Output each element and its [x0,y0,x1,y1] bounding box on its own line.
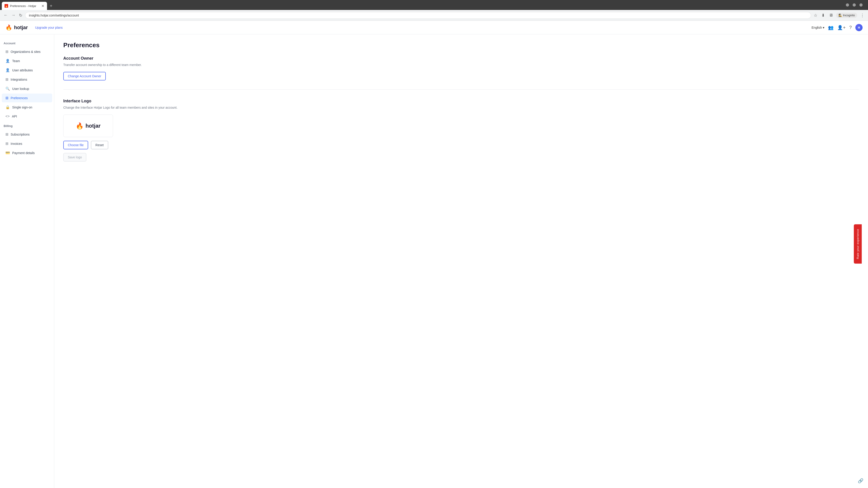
browser-chrome: Preferences - Hotjar ✕ + ← → ↻ insights.… [0,0,868,21]
sidebar-item-invoices-label: Invoices [11,142,22,145]
close-window-button[interactable] [860,3,863,6]
sidebar-item-user-attributes-label: User attributes [12,68,33,72]
integrations-icon: ⊞ [5,77,8,82]
language-selector[interactable]: English ▾ [811,26,825,29]
sidebar-item-integrations[interactable]: ⊞ Integrations [2,75,52,84]
app-header: 🔥 hotjar Upgrade your plans English ▾ 👥 … [0,21,868,34]
sidebar-item-api-label: API [12,115,17,118]
user-lookup-icon: 🔍 [5,87,10,91]
more-options-icon[interactable]: ⋮ [860,12,865,19]
sidebar-item-user-attributes[interactable]: 👤 User attributes [2,66,52,74]
account-owner-section: Account Owner Transfer account ownership… [63,56,859,90]
sidebar-item-preferences-label: Preferences [11,96,28,100]
sidebar-item-team[interactable]: 👤 Team [2,57,52,65]
language-chevron-icon: ▾ [823,26,825,29]
sidebar-item-team-label: Team [12,59,20,63]
app-layout: 🔥 hotjar Upgrade your plans English ▾ 👥 … [0,21,868,488]
user-avatar[interactable]: H [855,24,863,31]
sidebar-item-payment-details[interactable]: 💳 Payment details [2,149,52,157]
account-owner-description: Transfer account ownership to a differen… [63,63,859,67]
sidebar-item-invoices[interactable]: ⊞ Invoices [2,139,52,148]
toolbar-actions: ☆ ⬇ 🖥 🕵 Incognito ⋮ [813,12,865,19]
account-owner-title: Account Owner [63,56,859,61]
change-account-owner-button[interactable]: Change Account Owner [63,72,106,80]
reload-button[interactable]: ↻ [18,12,23,19]
subscriptions-icon: ⊞ [5,132,8,136]
logo-flame-icon: 🔥 [5,24,12,31]
incognito-badge: 🕵 Incognito [836,13,857,18]
save-logo-button[interactable]: Save logo [63,153,86,162]
sidebar-item-sso[interactable]: 🔒 Single sign-on [2,103,52,111]
new-tab-button[interactable]: + [48,2,54,9]
users-icon[interactable]: 👥 [828,25,834,30]
forward-button[interactable]: → [10,12,16,19]
content-area: Preferences Account Owner Transfer accou… [54,34,868,488]
page-title: Preferences [63,41,859,49]
tab-favicon [4,4,8,8]
file-actions: Choose file Reset [63,141,859,149]
hotjar-logo: 🔥 hotjar [5,24,28,31]
invoices-icon: ⊞ [5,141,8,146]
preferences-icon: ⊞ [5,96,8,100]
interface-logo-description: Change the Interface Hotjar Logo for all… [63,105,859,110]
help-icon[interactable]: ? [849,25,852,30]
incognito-icon: 🕵 [838,13,842,17]
sidebar-item-user-lookup[interactable]: 🔍 User lookup [2,84,52,93]
sso-icon: 🔒 [5,105,10,109]
sidebar-item-organizations[interactable]: ⊞ Organizations & sites [2,47,52,56]
sidebar-item-sso-label: Single sign-on [12,105,32,109]
add-user-icon[interactable]: 👤+ [837,25,846,30]
desktop-icon[interactable]: 🖥 [828,12,834,19]
choose-file-button[interactable]: Choose file [63,141,88,149]
sidebar-item-organizations-label: Organizations & sites [11,50,40,54]
interface-logo-title: Interface Logo [63,99,859,103]
sidebar-item-subscriptions[interactable]: ⊞ Subscriptions [2,130,52,139]
tab-close-button[interactable]: ✕ [41,4,44,8]
team-icon: 👤 [5,59,10,63]
sidebar-item-payment-details-label: Payment details [12,151,35,155]
api-icon: <> [5,114,10,119]
logo-preview: 🔥 hotjar [63,115,113,137]
sidebar-item-api[interactable]: <> API [2,112,52,121]
logo-text: hotjar [14,25,28,31]
main-content: Account ⊞ Organizations & sites 👤 Team 👤… [0,34,868,488]
sidebar-item-user-lookup-label: User lookup [12,87,29,91]
app-logo: 🔥 hotjar Upgrade your plans [5,24,63,31]
language-label: English [811,26,822,29]
bookmark-icon[interactable]: ☆ [813,12,818,19]
address-bar[interactable]: insights.hotjar.com/settings/account [25,12,811,19]
account-section-label: Account [0,40,54,47]
organizations-icon: ⊞ [5,50,8,54]
active-tab[interactable]: Preferences - Hotjar ✕ [2,2,47,10]
billing-section-label: Billing [0,123,54,129]
payment-icon: 💳 [5,151,10,155]
maximize-button[interactable] [852,3,856,6]
url-text: insights.hotjar.com/settings/account [29,13,79,17]
interface-logo-section: Interface Logo Change the Interface Hotj… [63,99,859,170]
tab-title: Preferences - Hotjar [10,4,36,8]
window-controls [846,3,866,8]
preview-flame-icon: 🔥 [76,122,84,130]
reset-button[interactable]: Reset [91,141,108,149]
logo-preview-inner: 🔥 hotjar [76,122,101,130]
rate-experience-tab[interactable]: Rate your experience [854,224,862,264]
sidebar: Account ⊞ Organizations & sites 👤 Team 👤… [0,34,54,488]
sidebar-item-subscriptions-label: Subscriptions [11,133,30,136]
preview-logo-text: hotjar [86,123,101,129]
minimize-button[interactable] [846,3,849,6]
user-attributes-icon: 👤 [5,68,10,72]
sidebar-item-integrations-label: Integrations [11,78,27,81]
upgrade-link[interactable]: Upgrade your plans [35,26,63,29]
back-button[interactable]: ← [3,12,8,19]
header-right: English ▾ 👥 👤+ ? H [811,24,863,31]
download-icon[interactable]: ⬇ [820,12,826,19]
tab-bar: Preferences - Hotjar ✕ + [0,0,868,10]
link-icon[interactable]: 🔗 [858,478,864,484]
sidebar-item-preferences[interactable]: ⊞ Preferences [2,94,52,102]
browser-toolbar: ← → ↻ insights.hotjar.com/settings/accou… [0,10,868,21]
incognito-label: Incognito [843,13,855,17]
